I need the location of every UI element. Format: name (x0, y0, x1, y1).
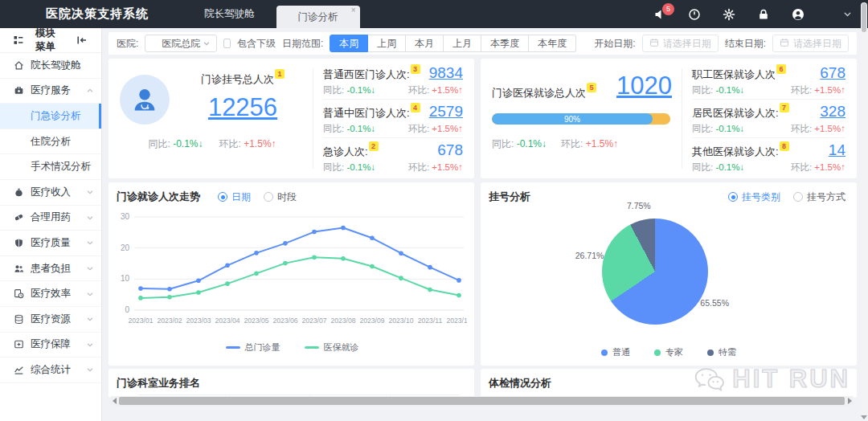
vertical-scroll-thumb[interactable] (862, 3, 866, 32)
horizontal-scrollbar[interactable] (110, 396, 854, 406)
marker-badge: 3 (411, 64, 420, 74)
stat-value-link[interactable]: 9834 (429, 64, 463, 82)
chevron-down-icon (86, 214, 94, 222)
registration-pie-chart[interactable] (602, 219, 708, 325)
scroll-right-arrow-icon[interactable] (845, 398, 854, 404)
app-title: 医院决策支持系统 (0, 6, 182, 22)
lock-icon[interactable] (757, 8, 770, 21)
sidebar-item-medical-insurance[interactable]: 医疗保障 (0, 333, 101, 358)
scroll-left-arrow-icon[interactable] (110, 398, 118, 404)
main-content: 医院: 医院总院 包含下级 日期范围: 本周 上周 本月 上月 本季度 本年度 (102, 28, 868, 421)
stat-value-link[interactable]: 14 (829, 141, 845, 159)
range-this-week-button[interactable]: 本周 (330, 35, 368, 52)
radio-registration-category[interactable]: 挂号类别 (728, 190, 780, 204)
legend-item[interactable]: 医保就诊 (305, 341, 359, 354)
calendar-icon (780, 38, 789, 50)
sidebar-item-label: 医疗质量 (31, 236, 71, 250)
chevron-down-icon[interactable] (841, 8, 854, 21)
legend-item[interactable]: 普通 (601, 346, 630, 358)
hospital-select[interactable]: 医院总院 (145, 35, 217, 52)
insurance-visits-card: 门诊医保就诊总人次5 1020 90% 同比: -0.1%↓ 环比: +1.5%… (481, 59, 857, 178)
date-range-label: 日期范围: (282, 37, 323, 51)
include-sub-checkbox[interactable] (223, 39, 231, 48)
sidebar-item-label: 门急诊分析 (31, 109, 81, 123)
stat-label: 普通西医门诊人次:3 (323, 64, 420, 82)
app-window: 医院决策支持系统 院长驾驶舱 门诊分析 × 5 (0, 0, 868, 421)
horizontal-scroll-thumb[interactable] (119, 397, 845, 405)
radio-dot (264, 192, 273, 202)
stat-label: 普通中医门诊人次:4 (323, 103, 420, 121)
physical-exam-title: 体检情况分析 (489, 377, 551, 389)
tab-outpatient-analysis-label: 门诊分析 (298, 11, 338, 22)
sidebar-item-dashboard[interactable]: 院长驾驶舱 (0, 53, 101, 79)
collapse-menu-icon[interactable] (76, 35, 88, 47)
sidebar-item-inpatient-analysis[interactable]: 住院分析 (0, 129, 101, 155)
legend-item[interactable]: 专家 (654, 346, 683, 358)
sidebar-item-label: 患者负担 (31, 262, 71, 276)
stat-label: 职工医保就诊人次6 (692, 64, 786, 82)
range-last-week-button[interactable]: 上周 (368, 35, 406, 52)
sidebar-item-surgery-analysis[interactable]: 手术情况分析 (0, 154, 101, 180)
registration-total-value[interactable]: 12256 (176, 93, 309, 122)
outpatient-registration-card: 门诊挂号总人次1 12256 同比: -0.1%↓ 环比: +1.5%↑ (108, 59, 474, 178)
sidebar-item-medical-income[interactable]: 医疗收入 (0, 180, 101, 206)
tab-outpatient-analysis[interactable]: 门诊分析 × (276, 6, 360, 28)
range-this-quarter-button[interactable]: 本季度 (481, 35, 529, 52)
sidebar-item-medical-quality[interactable]: 医疗质量 (0, 231, 101, 256)
start-date-input[interactable]: 请选择日期 (642, 35, 719, 52)
sidebar-item-medical-efficiency[interactable]: 医疗效率 (0, 281, 101, 307)
efficiency-icon (13, 288, 25, 300)
settings-gear-icon[interactable] (723, 8, 735, 21)
svg-text:30: 30 (121, 212, 130, 221)
svg-text:2023/10: 2023/10 (388, 317, 413, 325)
pie-slice-label: 65.55% (700, 298, 729, 308)
stat-row-other-insurance: 其他医保就诊人次:8 14 同比: -0.1%↓ 环比: +1.5%↑ (692, 138, 845, 176)
marker-badge: 7 (780, 103, 789, 112)
stat-value-link[interactable]: 2579 (429, 103, 463, 121)
visit-trend-line-chart[interactable]: 01020302023/012023/022023/032023/042023/… (113, 209, 471, 354)
svg-text:2023/06: 2023/06 (272, 317, 297, 325)
end-date-input[interactable]: 请选择日期 (772, 35, 849, 52)
vertical-scrollbar[interactable] (861, 2, 867, 416)
sidebar-header: 模块菜单 (0, 28, 101, 53)
legend-item[interactable]: 特需 (707, 346, 736, 358)
svg-text:2023/07: 2023/07 (301, 317, 326, 325)
legend-item[interactable]: 总门诊量 (226, 341, 280, 354)
info-icon[interactable] (688, 8, 701, 21)
user-avatar[interactable] (792, 8, 805, 21)
stat-label: 其他医保就诊人次:8 (692, 141, 789, 159)
tab-dashboard[interactable]: 院长驾驶舱 (182, 7, 276, 21)
range-last-month-button[interactable]: 上月 (444, 35, 481, 52)
sidebar-item-rational-medication[interactable]: 合理用药 (0, 206, 101, 231)
sidebar-item-medical-services[interactable]: 医疗服务 (0, 79, 101, 104)
sidebar: 模块菜单 院长驾驶舱 医疗服务 (0, 28, 102, 421)
include-sub-label: 包含下级 (237, 37, 276, 51)
stat-value[interactable]: 678 (437, 141, 463, 159)
stat-row-chinese-outpatient: 普通中医门诊人次:4 2579 同比: -0.1%↓ 环比: +1.5%↑ (323, 100, 463, 138)
insurance-card-title: 门诊医保就诊总人次5 (492, 83, 596, 100)
department-ranking-panel: 门诊科室业务排名 (108, 369, 474, 398)
radio-dot (218, 192, 227, 202)
range-this-month-button[interactable]: 本月 (406, 35, 444, 52)
navbar-actions: 5 (653, 8, 868, 21)
close-icon[interactable]: × (351, 6, 356, 15)
stat-row-resident-insurance: 居民医保就诊人次:7 328 同比: -0.1%↓ 环比: +1.5%↑ (692, 100, 845, 138)
sidebar-item-comprehensive-statistics[interactable]: 综合统计 (0, 358, 101, 383)
radio-registration-method[interactable]: 挂号方式 (793, 190, 845, 204)
sidebar-item-patient-burden[interactable]: 患者负担 (0, 256, 101, 282)
quality-shield-icon (13, 237, 25, 249)
radio-by-period[interactable]: 时段 (264, 190, 297, 204)
range-this-year-button[interactable]: 本年度 (529, 35, 576, 52)
radio-by-date[interactable]: 日期 (218, 190, 251, 204)
svg-text:2023/11: 2023/11 (418, 317, 443, 325)
pie-slice-label: 26.71% (575, 251, 604, 260)
stat-value-link[interactable]: 328 (820, 103, 845, 121)
sidebar-item-label: 综合统计 (31, 363, 71, 377)
sidebar-item-outpatient-emergency-analysis[interactable]: 门急诊分析 (0, 104, 101, 129)
stat-value-link[interactable]: 678 (820, 64, 845, 82)
insurance-total-value[interactable]: 1020 (616, 72, 672, 100)
scroll-down-arrow-icon[interactable] (861, 415, 867, 419)
notification-icon[interactable]: 5 (653, 8, 666, 21)
sidebar-item-medical-resources[interactable]: 医疗资源 (0, 307, 101, 333)
hospital-label: 医院: (117, 37, 138, 51)
